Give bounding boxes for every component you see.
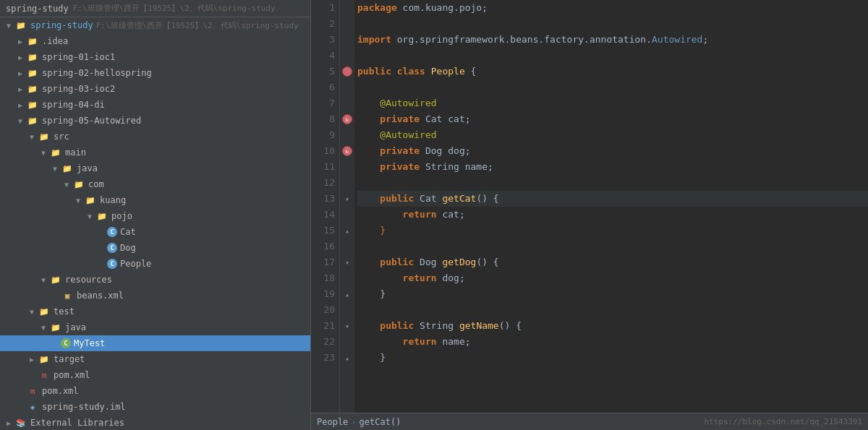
path-spring-study: F:\班级管理\西开【19525】\2、代码\spring-study (96, 20, 299, 31)
code-return-dog: dog; (437, 270, 465, 286)
code-line-4 (357, 48, 868, 64)
tree-item-autowired[interactable]: ▼ 📁 spring-05-Autowired (0, 113, 310, 129)
watermark: https://blog.csdn.net/qq_21543391 (704, 417, 862, 426)
gutter-21[interactable]: ▾ (340, 318, 354, 334)
label-people: People (120, 259, 151, 269)
tree-item-ioc2[interactable]: ▶ 📁 spring-03-ioc2 (0, 81, 310, 97)
code-line-13: public Cat getCat() { (357, 191, 868, 207)
pom-icon: m (26, 385, 39, 397)
arrow-com: ▼ (61, 181, 72, 189)
pom-icon-m: m (38, 369, 51, 381)
autowired-icon-10[interactable]: ↻ (342, 146, 352, 156)
kw-private-cat: private (357, 111, 420, 127)
fold-icon-15[interactable]: ▴ (345, 227, 349, 235)
fold-icon-23[interactable]: ▴ (345, 354, 349, 362)
code-lines[interactable]: package com.kuang.pojo; import org.sprin… (354, 0, 868, 413)
code-line-21: public String getName() { (357, 318, 868, 334)
tree-item-java[interactable]: ▼ 📁 java (0, 160, 310, 176)
arrow-java2: ▼ (38, 324, 49, 332)
tree-item-resources[interactable]: ▼ 📁 resources (0, 272, 310, 288)
line-numbers: 1 2 3 4 5 6 7 8 9 10 11 12 13 14 15 16 1… (311, 0, 340, 413)
tree-item-mytest[interactable]: C MyTest (0, 335, 310, 351)
tree-item-main[interactable]: ▼ 📁 main (0, 145, 310, 160)
tree-item-java2[interactable]: ▼ 📁 java (0, 319, 310, 335)
fold-icon-13[interactable]: ▾ (345, 195, 349, 203)
brace-close-getcat: } (357, 223, 386, 238)
fold-icon-21[interactable]: ▾ (345, 322, 349, 330)
code-string-name: String name; (420, 159, 493, 175)
tree-item-external-libs[interactable]: ▶ 📚 External Libraries (0, 415, 310, 430)
method-getdog: getDog (442, 254, 476, 270)
tree-item-target[interactable]: ▶ 📁 target (0, 351, 310, 367)
gutter-4 (340, 48, 354, 64)
tree-item-test[interactable]: ▼ 📁 test (0, 304, 310, 319)
label-autowired: spring-05-Autowired (42, 116, 141, 126)
code-return-name: name; (437, 334, 471, 350)
gutter-15[interactable]: ▴ (340, 223, 354, 238)
autowired-icon-8[interactable]: ↻ (342, 114, 352, 124)
space-2 (425, 64, 431, 79)
folder-icon-java: 📁 (61, 163, 74, 174)
arrow-test: ▼ (26, 308, 38, 316)
gutter-2 (340, 16, 354, 32)
class-icon-cat: C (107, 227, 117, 237)
tree-item-spring-study[interactable]: ▼ 📁 spring-study F:\班级管理\西开【19525】\2、代码\… (0, 17, 310, 33)
code-cat: Cat cat; (420, 111, 470, 127)
tree-item-dog[interactable]: C Dog (0, 240, 310, 256)
gutter-23[interactable]: ▴ (340, 350, 354, 366)
gutter-6 (340, 79, 354, 95)
label-target: target (54, 354, 85, 364)
fold-icon-17[interactable]: ▾ (345, 259, 349, 267)
label-dog: Dog (120, 243, 136, 253)
tree-item-beans[interactable]: ▣ beans.xml (0, 288, 310, 304)
code-line-20 (357, 302, 868, 318)
gutter-8[interactable]: ↻ (340, 111, 354, 127)
breakpoint-icon-5[interactable] (342, 66, 352, 77)
method-getname: getName (459, 318, 499, 334)
tree-item-idea[interactable]: ▶ 📁 .idea (0, 33, 310, 49)
tree-item-di[interactable]: ▶ 📁 spring-04-di (0, 97, 310, 113)
code-line-17: public Dog getDog() { (357, 254, 868, 270)
folder-icon-spring-study: 📁 (14, 20, 27, 31)
project-path: F:\班级管理\西开【19525】\2、代码\spring-study (73, 3, 276, 14)
gutter-10[interactable]: ↻ (340, 143, 354, 159)
folder-icon-ioc2: 📁 (26, 83, 39, 95)
tree-item-pom-m[interactable]: m pom.xml (0, 367, 310, 383)
tree-item-pom[interactable]: m pom.xml (0, 383, 310, 399)
code-getdog-params: () { (476, 254, 498, 270)
code-line-3: import org.springframework.beans.factory… (357, 32, 868, 48)
tree-item-src[interactable]: ▼ 📁 src (0, 129, 310, 145)
label-java2: java (65, 322, 86, 332)
tree-item-hellospring[interactable]: ▶ 📁 spring-02-hellospring (0, 65, 310, 81)
label-mytest: MyTest (74, 338, 105, 348)
tree-item-iml[interactable]: ◈ spring-study.iml (0, 399, 310, 415)
breadcrumb-people[interactable]: People (317, 417, 348, 427)
ann-autowired-1: @Autowired (357, 95, 437, 111)
gutter-5-bp[interactable] (340, 64, 354, 79)
code-line-23: } (357, 350, 868, 366)
arrow-pojo: ▼ (84, 212, 95, 220)
gutter-13[interactable]: ▾ (340, 191, 354, 207)
tree-item-people[interactable]: C People (0, 256, 310, 272)
fold-icon-19[interactable]: ▴ (345, 291, 349, 298)
tree-item-com[interactable]: ▼ 📁 com (0, 176, 310, 192)
code-line-15: } (357, 223, 868, 238)
tree-item-cat[interactable]: C Cat (0, 224, 310, 240)
arrow-hellospring: ▶ (14, 69, 26, 77)
tree-item-kuang[interactable]: ▼ 📁 kuang (0, 192, 310, 208)
arrow-main: ▼ (38, 149, 49, 157)
gutter-17[interactable]: ▾ (340, 254, 354, 270)
tree-item-pojo[interactable]: ▼ 📁 pojo (0, 208, 310, 224)
breadcrumb-sep: › (351, 417, 356, 427)
code-string-type: String (414, 318, 459, 334)
arrow-spring-study: ▼ (3, 22, 14, 30)
tree-header: spring-study F:\班级管理\西开【19525】\2、代码\spri… (0, 0, 310, 17)
gutter-19[interactable]: ▴ (340, 286, 354, 302)
breadcrumb-getcat[interactable]: getCat() (359, 417, 401, 427)
code-line-10: private Dog dog; (357, 143, 868, 159)
brace-open: { (465, 64, 477, 79)
folder-icon-java2: 📁 (49, 322, 62, 333)
tree-item-ioc1[interactable]: ▶ 📁 spring-01-ioc1 (0, 49, 310, 65)
arrow-idea: ▶ (14, 38, 26, 46)
code-line-8: private Cat cat; (357, 111, 868, 127)
